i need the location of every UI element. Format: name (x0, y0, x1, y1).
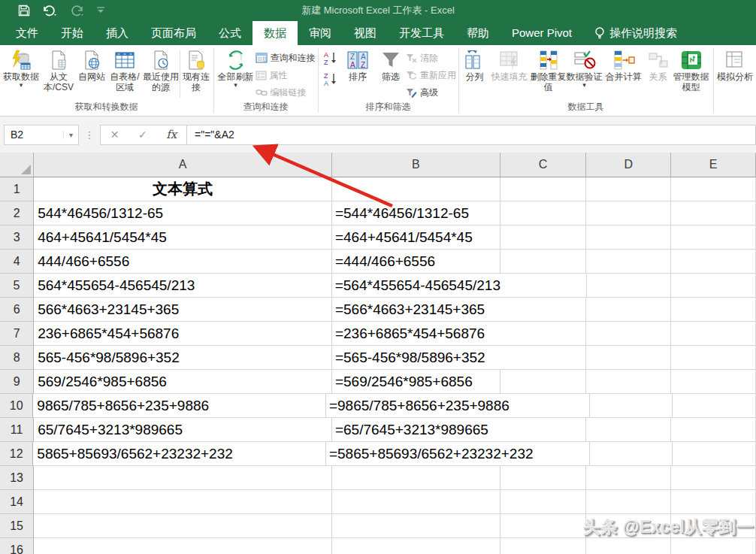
row-header[interactable]: 5 (0, 274, 34, 298)
reapply-filter-button[interactable]: 重新应用 (406, 68, 456, 83)
tab-home[interactable]: 开始 (50, 21, 95, 45)
cell-b3[interactable]: =464+45641/5454*45 (332, 226, 500, 250)
refresh-all-button[interactable]: 全部刷新 ▾ (216, 47, 256, 88)
consolidate-button[interactable]: 合并计算 (603, 47, 645, 82)
cell-a2[interactable]: 544*46456/1312-65 (34, 201, 332, 226)
cell-d2[interactable] (586, 201, 671, 226)
cell-c13[interactable] (500, 466, 587, 490)
from-web-button[interactable]: 自网站 (77, 47, 107, 82)
cell-c9[interactable] (500, 370, 587, 394)
cell-e12[interactable] (673, 442, 756, 466)
from-table-range-button[interactable]: 自表格/区域 (107, 47, 143, 92)
advanced-filter-button[interactable]: 高级 (406, 85, 456, 100)
cell-b12[interactable]: =5865+85693/6562+23232+232 (326, 442, 505, 466)
row-header[interactable]: 6 (0, 298, 34, 322)
cell-c3[interactable] (500, 226, 587, 250)
sort-button[interactable]: ZAAZ 排序 (340, 47, 376, 82)
cell-d12[interactable] (590, 442, 673, 466)
cell-d10[interactable] (590, 394, 673, 418)
cell-c12[interactable] (505, 442, 590, 466)
recent-sources-button[interactable]: 最近使用的源 (143, 47, 179, 92)
cell-c8[interactable] (500, 346, 587, 370)
column-header-d[interactable]: D (586, 153, 671, 177)
undo-icon[interactable] (42, 5, 57, 17)
cell-a1[interactable]: 文本算式 (34, 177, 332, 201)
cell-d9[interactable] (586, 370, 671, 394)
properties-button[interactable]: 属性 (256, 68, 316, 83)
tab-power-pivot[interactable]: Power Pivot (500, 21, 583, 45)
column-header-b[interactable]: B (332, 153, 500, 177)
cell-a14[interactable] (34, 490, 332, 514)
cell-b1[interactable] (332, 177, 500, 201)
cell-b16[interactable] (332, 538, 500, 554)
column-header-e[interactable]: E (671, 153, 756, 177)
cell-a16[interactable] (34, 538, 332, 554)
cell-c16[interactable] (500, 538, 587, 554)
what-if-analysis-button[interactable]: 模拟分析 (715, 47, 754, 82)
cell-c7[interactable] (500, 322, 587, 346)
cell-e14[interactable] (671, 490, 756, 514)
cell-b10[interactable]: =9865/785+8656+235+9886 (326, 394, 505, 418)
cell-b14[interactable] (332, 490, 500, 514)
cell-d3[interactable] (586, 226, 671, 250)
data-validation-button[interactable]: 数据验证 ▾ (567, 47, 603, 88)
cell-e7[interactable] (671, 322, 756, 346)
row-header[interactable]: 13 (0, 466, 34, 490)
row-header[interactable]: 3 (0, 226, 34, 250)
column-header-a[interactable]: A (34, 153, 332, 177)
tab-insert[interactable]: 插入 (95, 21, 140, 45)
row-header[interactable]: 15 (0, 514, 34, 538)
cell-b13[interactable] (332, 466, 500, 490)
tell-me-search[interactable]: 操作说明搜索 (583, 21, 688, 45)
row-header[interactable]: 2 (0, 201, 34, 226)
row-header[interactable]: 12 (0, 442, 33, 466)
cell-d1[interactable] (586, 177, 671, 201)
tab-review[interactable]: 审阅 (298, 21, 343, 45)
sort-ascending-icon[interactable]: AZ (323, 50, 338, 65)
clear-filter-button[interactable]: 清除 (406, 50, 456, 65)
redo-icon[interactable] (69, 5, 84, 17)
tab-help[interactable]: 帮助 (455, 21, 500, 45)
row-header[interactable]: 11 (0, 418, 34, 442)
get-data-button[interactable]: 获取数据 ▾ (2, 47, 41, 88)
cell-e6[interactable] (671, 298, 756, 322)
cell-a6[interactable]: 566*4663+23145+365 (34, 298, 332, 322)
cell-b2[interactable]: =544*46456/1312-65 (332, 201, 500, 226)
customize-qat-icon[interactable] (96, 7, 105, 14)
cell-c15[interactable] (500, 514, 587, 538)
save-icon[interactable] (18, 5, 30, 17)
cell-a10[interactable]: 9865/785+8656+235+9886 (33, 394, 326, 418)
cell-c14[interactable] (500, 490, 587, 514)
cell-e16[interactable] (671, 538, 756, 554)
row-header[interactable]: 16 (0, 538, 34, 554)
cell-a13[interactable] (34, 466, 332, 490)
cell-c1[interactable] (500, 177, 587, 201)
cell-e11[interactable] (671, 418, 756, 442)
row-header[interactable]: 9 (0, 370, 34, 394)
tab-formulas[interactable]: 公式 (207, 21, 253, 45)
text-to-columns-button[interactable]: 分列 (461, 47, 488, 82)
cell-a15[interactable] (34, 514, 332, 538)
cell-e2[interactable] (671, 201, 756, 226)
cell-a11[interactable]: 65/7645+3213*989665 (34, 418, 332, 442)
cell-b8[interactable]: =565-456*98/5896+352 (332, 346, 500, 370)
cell-e5[interactable] (671, 274, 756, 298)
from-text-csv-button[interactable]: 从文本/CSV (41, 47, 77, 92)
existing-connections-button[interactable]: 现有连接 (181, 47, 211, 92)
cancel-icon[interactable]: ✕ (110, 129, 119, 141)
filter-button[interactable]: 筛选 (376, 47, 406, 82)
cell-a9[interactable]: 569/2546*985+6856 (34, 370, 332, 394)
relationships-button[interactable]: 关系 (645, 47, 672, 82)
cell-b15[interactable] (332, 514, 500, 538)
cell-c2[interactable] (500, 201, 587, 226)
row-header[interactable]: 4 (0, 250, 34, 274)
tab-file[interactable]: 文件 (5, 21, 50, 45)
cell-e1[interactable] (671, 177, 756, 201)
tab-developer[interactable]: 开发工具 (388, 21, 455, 45)
edit-links-button[interactable]: 编辑链接 (256, 85, 316, 100)
row-header[interactable]: 7 (0, 322, 34, 346)
sort-descending-icon[interactable]: ZA (323, 71, 338, 86)
cell-d16[interactable] (586, 538, 671, 554)
queries-connections-button[interactable]: 查询和连接 (256, 50, 316, 65)
cell-a4[interactable]: 444/466+6556 (34, 250, 332, 274)
